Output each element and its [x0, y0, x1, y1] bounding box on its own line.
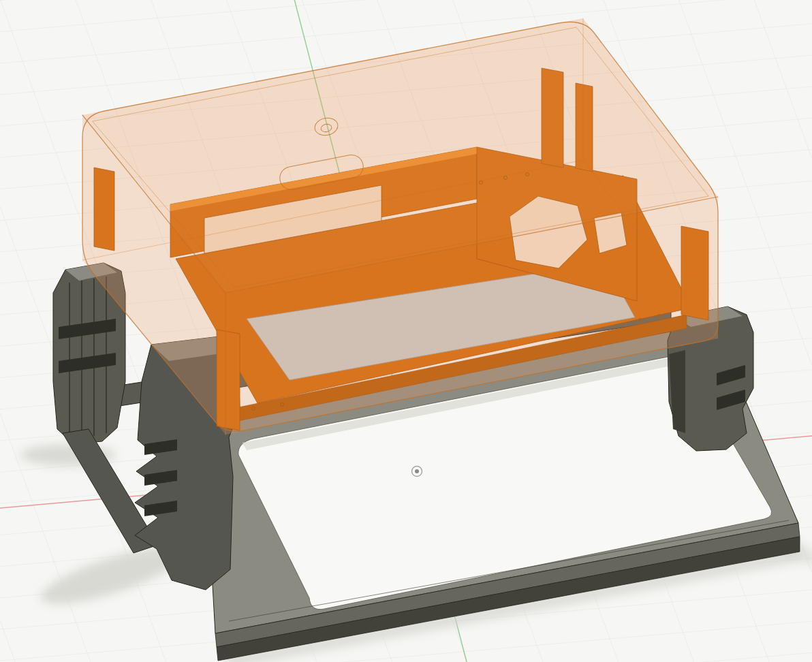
- cad-viewport[interactable]: [0, 0, 812, 662]
- origin-marker: [412, 467, 422, 477]
- viewport-canvas[interactable]: [0, 0, 812, 662]
